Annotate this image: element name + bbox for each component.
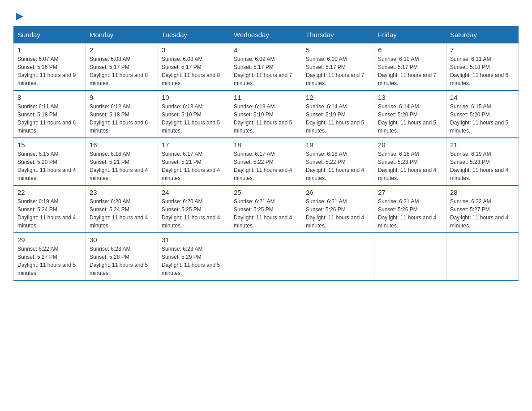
header-friday: Friday [374, 26, 446, 43]
calendar-cell [446, 233, 519, 280]
day-number: 25 [234, 188, 298, 196]
day-number: 21 [450, 141, 515, 149]
calendar-cell: 21Sunrise: 6:19 AMSunset: 5:23 PMDayligh… [446, 138, 519, 185]
day-info: Sunrise: 6:08 AMSunset: 5:17 PMDaylight:… [162, 55, 226, 87]
header-sunday: Sunday [14, 26, 86, 43]
calendar-cell: 14Sunrise: 6:15 AMSunset: 5:20 PMDayligh… [446, 90, 519, 138]
day-info: Sunrise: 6:20 AMSunset: 5:25 PMDaylight:… [162, 197, 226, 230]
calendar-cell: 8Sunrise: 6:11 AMSunset: 5:18 PMDaylight… [14, 90, 86, 138]
calendar-week-row: 22Sunrise: 6:19 AMSunset: 5:24 PMDayligh… [14, 185, 519, 233]
day-number: 14 [450, 94, 515, 101]
day-info: Sunrise: 6:18 AMSunset: 5:22 PMDaylight:… [306, 150, 370, 182]
day-number: 7 [450, 46, 515, 54]
day-number: 3 [162, 46, 226, 54]
day-number: 4 [234, 46, 298, 54]
day-number: 11 [234, 94, 298, 101]
day-info: Sunrise: 6:18 AMSunset: 5:23 PMDaylight:… [378, 150, 442, 182]
day-number: 8 [17, 94, 82, 101]
day-info: Sunrise: 6:11 AMSunset: 5:18 PMDaylight:… [450, 55, 515, 87]
day-info: Sunrise: 6:16 AMSunset: 5:21 PMDaylight:… [90, 150, 154, 182]
day-info: Sunrise: 6:23 AMSunset: 5:29 PMDaylight:… [162, 245, 226, 277]
day-number: 6 [378, 46, 442, 54]
day-info: Sunrise: 6:19 AMSunset: 5:23 PMDaylight:… [450, 150, 515, 182]
calendar-cell: 16Sunrise: 6:16 AMSunset: 5:21 PMDayligh… [86, 138, 158, 185]
day-info: Sunrise: 6:10 AMSunset: 5:17 PMDaylight:… [306, 55, 370, 87]
day-info: Sunrise: 6:10 AMSunset: 5:17 PMDaylight:… [378, 55, 442, 87]
day-info: Sunrise: 6:12 AMSunset: 5:18 PMDaylight:… [90, 103, 154, 135]
day-info: Sunrise: 6:08 AMSunset: 5:17 PMDaylight:… [90, 55, 154, 87]
calendar-cell: 17Sunrise: 6:17 AMSunset: 5:21 PMDayligh… [158, 138, 230, 185]
day-number: 23 [90, 188, 154, 196]
calendar-cell [374, 233, 446, 280]
calendar-cell [302, 233, 374, 280]
day-info: Sunrise: 6:15 AMSunset: 5:20 PMDaylight:… [450, 103, 515, 135]
calendar-cell: 29Sunrise: 6:22 AMSunset: 5:27 PMDayligh… [14, 233, 86, 280]
day-info: Sunrise: 6:17 AMSunset: 5:22 PMDaylight:… [234, 150, 298, 182]
calendar-cell: 26Sunrise: 6:21 AMSunset: 5:26 PMDayligh… [302, 185, 374, 233]
day-number: 19 [306, 141, 370, 149]
calendar-cell: 7Sunrise: 6:11 AMSunset: 5:18 PMDaylight… [446, 43, 519, 91]
day-info: Sunrise: 6:17 AMSunset: 5:21 PMDaylight:… [162, 150, 226, 182]
day-info: Sunrise: 6:21 AMSunset: 5:26 PMDaylight:… [378, 197, 442, 230]
day-number: 9 [90, 94, 154, 101]
calendar-week-row: 15Sunrise: 6:15 AMSunset: 5:20 PMDayligh… [14, 138, 519, 185]
day-number: 13 [378, 94, 442, 101]
calendar-cell: 1Sunrise: 6:07 AMSunset: 5:16 PMDaylight… [14, 43, 86, 91]
day-number: 12 [306, 94, 370, 101]
calendar-cell: 5Sunrise: 6:10 AMSunset: 5:17 PMDaylight… [302, 43, 374, 91]
calendar-week-row: 1Sunrise: 6:07 AMSunset: 5:16 PMDaylight… [14, 43, 519, 91]
calendar-header-row: SundayMondayTuesdayWednesdayThursdayFrid… [14, 26, 519, 43]
day-number: 1 [17, 46, 82, 54]
header-monday: Monday [86, 26, 158, 43]
day-number: 22 [17, 188, 82, 196]
day-info: Sunrise: 6:22 AMSunset: 5:27 PMDaylight:… [17, 245, 82, 277]
day-info: Sunrise: 6:11 AMSunset: 5:18 PMDaylight:… [17, 103, 82, 135]
calendar-week-row: 29Sunrise: 6:22 AMSunset: 5:27 PMDayligh… [14, 233, 519, 280]
calendar-cell: 2Sunrise: 6:08 AMSunset: 5:17 PMDaylight… [86, 43, 158, 91]
calendar-cell: 25Sunrise: 6:21 AMSunset: 5:25 PMDayligh… [230, 185, 302, 233]
day-number: 20 [378, 141, 442, 149]
header-tuesday: Tuesday [158, 26, 230, 43]
day-info: Sunrise: 6:07 AMSunset: 5:16 PMDaylight:… [17, 55, 82, 87]
header-thursday: Thursday [302, 26, 374, 43]
calendar-cell: 6Sunrise: 6:10 AMSunset: 5:17 PMDaylight… [374, 43, 446, 91]
calendar-cell: 19Sunrise: 6:18 AMSunset: 5:22 PMDayligh… [302, 138, 374, 185]
day-number: 27 [378, 188, 442, 196]
page-header: ► [13, 9, 519, 21]
day-number: 28 [450, 188, 515, 196]
day-number: 2 [90, 46, 154, 54]
calendar-cell: 12Sunrise: 6:14 AMSunset: 5:19 PMDayligh… [302, 90, 374, 138]
calendar-cell: 31Sunrise: 6:23 AMSunset: 5:29 PMDayligh… [158, 233, 230, 280]
day-number: 17 [162, 141, 226, 149]
calendar-cell: 13Sunrise: 6:14 AMSunset: 5:20 PMDayligh… [374, 90, 446, 138]
day-info: Sunrise: 6:21 AMSunset: 5:26 PMDaylight:… [306, 197, 370, 230]
header-wednesday: Wednesday [230, 26, 302, 43]
day-info: Sunrise: 6:14 AMSunset: 5:19 PMDaylight:… [306, 103, 370, 135]
day-number: 31 [162, 236, 226, 244]
day-info: Sunrise: 6:13 AMSunset: 5:19 PMDaylight:… [234, 103, 298, 135]
logo-blue-text: ► [13, 9, 26, 23]
calendar-cell: 20Sunrise: 6:18 AMSunset: 5:23 PMDayligh… [374, 138, 446, 185]
logo: ► [13, 9, 26, 21]
day-info: Sunrise: 6:22 AMSunset: 5:27 PMDaylight:… [450, 197, 515, 230]
day-number: 16 [90, 141, 154, 149]
calendar-cell: 3Sunrise: 6:08 AMSunset: 5:17 PMDaylight… [158, 43, 230, 91]
day-info: Sunrise: 6:15 AMSunset: 5:20 PMDaylight:… [17, 150, 82, 182]
day-info: Sunrise: 6:14 AMSunset: 5:20 PMDaylight:… [378, 103, 442, 135]
calendar-cell: 18Sunrise: 6:17 AMSunset: 5:22 PMDayligh… [230, 138, 302, 185]
day-info: Sunrise: 6:09 AMSunset: 5:17 PMDaylight:… [234, 55, 298, 87]
day-info: Sunrise: 6:23 AMSunset: 5:28 PMDaylight:… [90, 245, 154, 277]
day-info: Sunrise: 6:13 AMSunset: 5:19 PMDaylight:… [162, 103, 226, 135]
calendar-cell: 11Sunrise: 6:13 AMSunset: 5:19 PMDayligh… [230, 90, 302, 138]
calendar-table: SundayMondayTuesdayWednesdayThursdayFrid… [13, 26, 519, 281]
calendar-cell: 15Sunrise: 6:15 AMSunset: 5:20 PMDayligh… [14, 138, 86, 185]
calendar-cell: 23Sunrise: 6:20 AMSunset: 5:24 PMDayligh… [86, 185, 158, 233]
calendar-cell: 22Sunrise: 6:19 AMSunset: 5:24 PMDayligh… [14, 185, 86, 233]
calendar-cell: 4Sunrise: 6:09 AMSunset: 5:17 PMDaylight… [230, 43, 302, 91]
calendar-cell: 24Sunrise: 6:20 AMSunset: 5:25 PMDayligh… [158, 185, 230, 233]
day-number: 26 [306, 188, 370, 196]
day-number: 10 [162, 94, 226, 101]
day-number: 24 [162, 188, 226, 196]
day-info: Sunrise: 6:20 AMSunset: 5:24 PMDaylight:… [90, 197, 154, 230]
calendar-week-row: 8Sunrise: 6:11 AMSunset: 5:18 PMDaylight… [14, 90, 519, 138]
